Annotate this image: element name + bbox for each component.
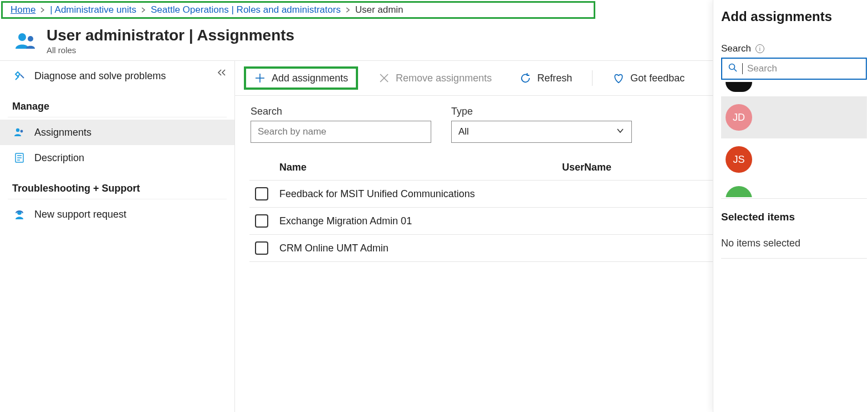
chevron-down-icon [616,126,625,138]
breadcrumb-current: User admin [355,4,404,16]
svg-point-13 [729,64,735,69]
svg-point-0 [18,33,26,41]
document-icon [13,152,25,164]
result-item[interactable]: JS [721,138,867,181]
selected-items-section: Selected items No items selected [721,198,867,259]
wrench-icon [13,70,25,82]
avatar [726,186,752,197]
add-assignments-button[interactable]: Add assignments [244,66,358,90]
sidebar-item-support[interactable]: New support request [0,202,234,227]
avatar [726,82,752,92]
toolbar-label: Got feedbac [630,73,685,84]
panel-search-placeholder: Search [747,63,777,74]
remove-assignments-button[interactable]: Remove assignments [370,69,499,87]
svg-line-14 [734,69,737,71]
users-small-icon [13,126,25,138]
page-title: User administrator | Assignments [47,27,294,44]
feedback-button[interactable]: Got feedbac [605,69,692,87]
svg-point-3 [21,130,23,133]
headset-icon [13,208,25,220]
avatar: JS [726,146,752,173]
x-icon [378,72,390,84]
result-item[interactable]: JD [721,96,867,138]
row-name: Exchange Migration Admin 01 [279,215,562,227]
type-select[interactable]: All [451,121,632,143]
breadcrumb-home[interactable]: Home [11,4,35,16]
chevron-right-icon [345,6,351,14]
chevron-right-icon [40,6,45,14]
result-item[interactable] [721,181,867,197]
sidebar-heading-manage: Manage [8,89,227,117]
search-icon [728,63,738,75]
users-icon [14,30,37,52]
plus-icon [254,72,266,84]
sidebar-item-diagnose[interactable]: Diagnose and solve problems [0,63,234,89]
search-input[interactable] [251,121,431,143]
avatar: JD [726,104,752,131]
sidebar-heading-troubleshoot: Troubleshooting + Support [8,171,227,199]
selected-items-empty: No items selected [721,238,867,259]
type-label: Type [451,106,632,117]
search-results: JD JS [721,82,867,197]
svg-point-1 [28,36,33,42]
chevron-right-icon [141,6,146,14]
add-assignments-panel: Add assignments Search i Search JD JS Se… [713,0,868,412]
panel-search-label: Search i [721,43,867,54]
collapse-icon[interactable] [217,68,227,79]
sidebar-item-assignments[interactable]: Assignments [0,120,234,145]
refresh-button[interactable]: Refresh [512,69,580,87]
panel-search-input[interactable]: Search [721,58,867,80]
type-value: All [458,126,469,137]
result-item[interactable] [721,82,867,96]
toolbar-label: Add assignments [272,73,348,84]
sidebar-item-label: Assignments [34,127,91,138]
breadcrumb: Home | Administrative units Seattle Oper… [1,1,595,19]
sidebar-item-description[interactable]: Description [0,145,234,171]
sidebar-item-label: New support request [34,209,126,220]
row-checkbox[interactable] [255,214,268,228]
row-checkbox[interactable] [255,241,268,255]
row-checkbox[interactable] [255,187,268,200]
page-subtitle: All roles [47,45,294,55]
heart-icon [612,72,625,84]
refresh-icon [519,72,532,84]
sidebar: Diagnose and solve problems Manage Assig… [0,61,235,412]
selected-items-title: Selected items [721,211,867,223]
row-name: Feedback for MSIT Unified Communications [279,188,562,200]
toolbar-label: Remove assignments [396,73,492,84]
panel-title: Add assignments [721,9,867,24]
sidebar-item-label: Diagnose and solve problems [34,70,166,82]
toolbar-label: Refresh [537,73,572,84]
breadcrumb-admin-units[interactable]: | Administrative units [50,4,136,16]
breadcrumb-seattle[interactable]: Seattle Operations | Roles and administr… [151,4,341,16]
sidebar-item-label: Description [34,152,84,164]
row-name: CRM Online UMT Admin [279,243,562,254]
col-name[interactable]: Name [279,162,562,173]
info-icon[interactable]: i [755,44,764,53]
svg-point-2 [16,128,19,132]
separator [592,70,593,86]
search-label: Search [251,106,431,117]
